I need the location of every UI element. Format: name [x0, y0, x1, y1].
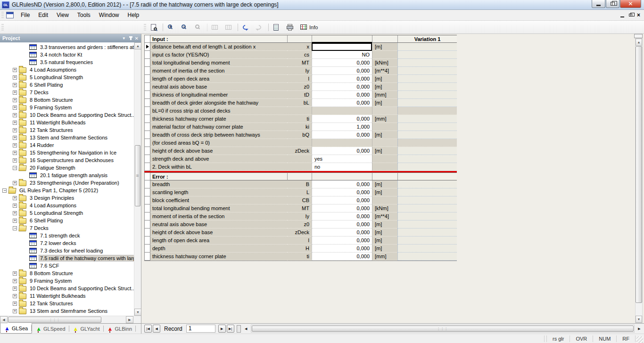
- expand-toggle[interactable]: [13, 75, 17, 80]
- toolbar-button[interactable]: [284, 22, 297, 33]
- expand-toggle[interactable]: [13, 271, 17, 276]
- tree-item[interactable]: 4 Load Assumptions: [0, 66, 141, 74]
- toolbar-grip[interactable]: [1, 24, 4, 31]
- tree-item[interactable]: 10 Deck Beams and Supporting Deck Struct…: [0, 111, 141, 119]
- panel-close-icon[interactable]: ✕: [135, 36, 139, 41]
- row-variation-cell[interactable]: [397, 67, 457, 75]
- row-selector[interactable]: [144, 131, 150, 139]
- toolbar-button[interactable]: [239, 22, 253, 33]
- row-variation-cell[interactable]: [397, 220, 457, 229]
- row-selector[interactable]: [144, 99, 150, 107]
- tree-item[interactable]: 14 Rudder: [0, 141, 141, 149]
- row-value-cell[interactable]: 0,000: [312, 229, 372, 237]
- expand-toggle[interactable]: [13, 226, 17, 230]
- expand-toggle[interactable]: [13, 136, 17, 140]
- row-variation-cell[interactable]: [397, 253, 457, 261]
- row-selector[interactable]: [144, 253, 150, 261]
- row-selector[interactable]: [144, 163, 150, 171]
- toolbar-button[interactable]: [253, 22, 267, 33]
- row-value-cell[interactable]: 0,000: [312, 147, 372, 155]
- row-value-cell[interactable]: [312, 43, 372, 51]
- row-selector[interactable]: [144, 83, 150, 91]
- ruleset-tab[interactable]: ▲ GLSea: [0, 323, 32, 334]
- row-value-cell[interactable]: 0,000: [312, 131, 372, 139]
- row-selector[interactable]: [144, 196, 150, 204]
- row-selector[interactable]: [144, 139, 150, 147]
- toolbar-button[interactable]: [103, 22, 116, 33]
- row-value-cell[interactable]: yes: [312, 155, 372, 163]
- row-variation-cell[interactable]: [397, 59, 457, 67]
- minimize-button[interactable]: [592, 0, 605, 8]
- expand-toggle[interactable]: [13, 309, 17, 313]
- row-variation-cell[interactable]: [397, 229, 457, 237]
- tree-item[interactable]: 15 Strengthening for Navigation in Ice: [0, 149, 141, 156]
- scroll-up-icon[interactable]: ▲: [636, 39, 642, 46]
- row-value-cell[interactable]: 0,000: [312, 180, 372, 188]
- tree-item[interactable]: 6 Shell Plating: [0, 81, 141, 89]
- row-variation-cell[interactable]: [397, 107, 457, 115]
- expand-toggle[interactable]: [13, 302, 17, 306]
- row-selector[interactable]: [144, 123, 150, 131]
- toolbar-button[interactable]: −: [178, 22, 192, 33]
- row-selector[interactable]: [144, 147, 150, 155]
- mdi-close-icon[interactable]: ×: [637, 13, 640, 17]
- tree-item[interactable]: 23 Strengthenings (Under Preparation): [0, 179, 141, 187]
- row-variation-cell[interactable]: [397, 115, 457, 123]
- worksheet-horizontal-scrollbar[interactable]: ⋮⋮⋮: [251, 325, 635, 333]
- scroll-left-icon[interactable]: ◀: [242, 325, 250, 333]
- expand-toggle[interactable]: [13, 113, 17, 117]
- expand-toggle[interactable]: [13, 83, 17, 87]
- row-variation-cell[interactable]: [397, 180, 457, 188]
- tree-item[interactable]: 6 Shell Plating: [0, 217, 141, 224]
- row-selector[interactable]: [144, 188, 150, 196]
- worksheet-vertical-scrollbar[interactable]: ▲ ▼: [635, 38, 643, 323]
- row-value-cell[interactable]: 0,000: [312, 253, 372, 261]
- pane-splitter-handle[interactable]: [237, 325, 241, 333]
- menu-item[interactable]: Window: [95, 10, 124, 20]
- toolbar-button[interactable]: [192, 22, 206, 33]
- row-variation-cell[interactable]: [397, 51, 457, 59]
- tree-item[interactable]: 5 Longitudinal Strength: [0, 209, 141, 217]
- expand-toggle[interactable]: [13, 219, 17, 223]
- toolbar-button[interactable]: Info: [297, 22, 320, 33]
- ruleset-tab[interactable]: ▲ GLYacht: [69, 324, 104, 334]
- row-variation-cell[interactable]: [397, 188, 457, 196]
- row-selector[interactable]: [144, 75, 150, 83]
- row-value-cell[interactable]: 0,000: [312, 220, 372, 229]
- row-value-cell[interactable]: 1,000: [312, 123, 372, 131]
- toolbar-button[interactable]: [116, 22, 128, 33]
- tree-item[interactable]: 16 Superstructures and Deckhouses: [0, 156, 141, 164]
- row-selector[interactable]: [144, 237, 150, 245]
- menu-item[interactable]: Help: [124, 10, 144, 20]
- row-variation-cell[interactable]: [397, 163, 457, 171]
- tree-horizontal-scrollbar[interactable]: ◀ ⋮⋮⋮ ▶: [0, 316, 141, 323]
- toolbar-button[interactable]: [54, 22, 66, 33]
- row-value-cell[interactable]: 0,000: [312, 245, 372, 253]
- toolbar-button[interactable]: [223, 22, 236, 33]
- row-variation-cell[interactable]: [397, 147, 457, 155]
- toolbar-button[interactable]: [128, 22, 140, 33]
- row-variation-cell[interactable]: [397, 131, 457, 139]
- row-value-cell[interactable]: 0,000: [312, 67, 372, 75]
- row-variation-cell[interactable]: [397, 83, 457, 91]
- expand-toggle[interactable]: [13, 286, 17, 291]
- expand-toggle[interactable]: [2, 188, 7, 193]
- ruleset-tab[interactable]: ▲ GLBinn: [104, 324, 136, 334]
- row-selector[interactable]: [144, 115, 150, 123]
- expand-toggle[interactable]: [13, 158, 17, 163]
- toolbar-button[interactable]: [30, 22, 42, 33]
- toolbar-button[interactable]: [17, 22, 30, 33]
- tree-item[interactable]: 12 Tank Structures: [0, 300, 141, 307]
- expand-toggle[interactable]: [13, 106, 17, 110]
- tree-vscroll-thumb[interactable]: ☰: [135, 145, 140, 206]
- expand-toggle[interactable]: [13, 128, 17, 132]
- toolbar-grip[interactable]: [144, 24, 146, 31]
- row-value-cell[interactable]: no: [312, 163, 372, 171]
- tree-item[interactable]: 12 Tank Structures: [0, 126, 141, 134]
- tree-item[interactable]: 9 Framing System: [0, 277, 141, 285]
- row-selector[interactable]: [144, 107, 150, 115]
- row-variation-cell[interactable]: [397, 43, 457, 51]
- tree-item[interactable]: 10 Deck Beams and Supporting Deck Struct…: [0, 285, 141, 292]
- tree-item[interactable]: 3.4 notch factor Kt: [0, 51, 141, 58]
- row-variation-cell[interactable]: [397, 204, 457, 212]
